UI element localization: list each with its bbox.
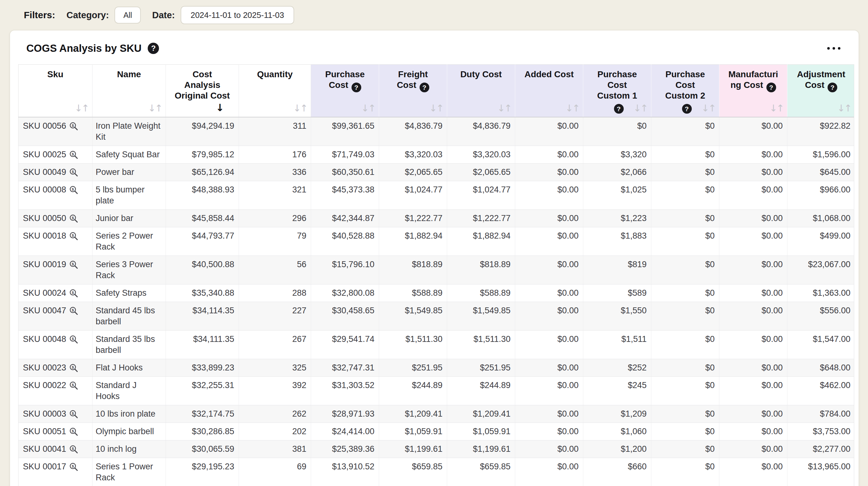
sku-link[interactable]: SKU 00017 $ — [23, 461, 79, 472]
cell-quantity: 325 — [239, 359, 311, 377]
magnifier-dollar-icon[interactable]: $ — [69, 427, 79, 436]
svg-text:$: $ — [72, 446, 74, 450]
column-header-cost_analysis_original_cost[interactable]: Cost Analysis Original Cost ↓ — [166, 65, 239, 117]
ellipsis-icon — [827, 47, 830, 50]
cell-purchase_cost_custom_1: $1,883 — [583, 227, 651, 256]
column-label-wrap: Purchase Cost Custom 2? — [665, 69, 705, 111]
sku-link[interactable]: SKU 00051 $ — [23, 426, 79, 437]
cell-duty_cost: $251.95 — [447, 359, 515, 377]
sku-link[interactable]: SKU 00022 $ — [23, 380, 79, 391]
sku-link[interactable]: SKU 00008 $ — [23, 184, 79, 195]
sku-cell: SKU 00047 $ — [19, 302, 93, 331]
sku-link[interactable]: SKU 00056 $ — [23, 120, 79, 132]
cell-name: Safety Squat Bar — [93, 146, 166, 164]
cell-freight_cost: $3,320.03 — [379, 146, 447, 164]
sku-link[interactable]: SKU 00018 $ — [23, 230, 79, 241]
table-scrollbar[interactable] — [854, 64, 859, 486]
card-menu-button[interactable] — [824, 43, 844, 53]
cell-added_cost: $0.00 — [515, 181, 583, 210]
cell-manufacturing_cost: $0.00 — [719, 117, 787, 146]
magnifier-dollar-icon[interactable]: $ — [69, 214, 79, 223]
sku-link[interactable]: SKU 00025 $ — [23, 149, 79, 160]
magnifier-dollar-icon[interactable]: $ — [69, 150, 79, 160]
magnifier-dollar-icon[interactable]: $ — [69, 462, 79, 471]
cell-added_cost: $0.00 — [515, 423, 583, 440]
cell-adjustment_cost: $3,753.00 — [787, 423, 855, 440]
column-header-manufacturing_cost[interactable]: Manufacturing Cost? ↓↑ — [719, 65, 787, 117]
cell-purchase_cost: $25,389.36 — [311, 440, 379, 458]
column-label-wrap: Name — [117, 69, 141, 79]
cell-manufacturing_cost: $0.00 — [719, 440, 787, 458]
column-label: Quantity — [257, 69, 293, 79]
cell-purchase_cost_custom_2: $0 — [651, 164, 719, 181]
card-help-icon[interactable]: ? — [148, 43, 159, 54]
magnifier-dollar-icon[interactable]: $ — [69, 168, 79, 177]
help-icon[interactable]: ? — [766, 83, 776, 92]
sku-cell: SKU 00056 $ — [19, 117, 93, 146]
cell-freight_cost: $1,199.61 — [379, 440, 447, 458]
help-icon[interactable]: ? — [614, 104, 624, 114]
sku-link[interactable]: SKU 00024 $ — [23, 288, 79, 298]
card-title: COGS Analysis by SKU — [26, 42, 142, 54]
ellipsis-icon — [838, 47, 840, 50]
help-icon[interactable]: ? — [828, 83, 837, 92]
cell-freight_cost: $1,059.91 — [379, 423, 447, 440]
help-icon[interactable]: ? — [420, 83, 429, 92]
cell-purchase_cost: $24,414.00 — [311, 423, 379, 440]
cell-freight_cost: $2,065.65 — [379, 164, 447, 181]
help-icon[interactable]: ? — [682, 104, 692, 114]
cell-purchase_cost_custom_1: $1,060 — [583, 423, 651, 440]
column-label: Duty Cost — [460, 69, 502, 79]
column-header-quantity[interactable]: Quantity ↓↑ — [239, 65, 311, 117]
sku-link[interactable]: SKU 00050 $ — [23, 213, 79, 224]
category-select[interactable]: All — [115, 7, 141, 24]
magnifier-dollar-icon[interactable]: $ — [69, 381, 79, 390]
magnifier-dollar-icon[interactable]: $ — [69, 231, 79, 241]
magnifier-dollar-icon[interactable]: $ — [69, 185, 79, 195]
column-header-duty_cost[interactable]: Duty Cost ↓↑ — [447, 65, 515, 117]
magnifier-dollar-icon[interactable]: $ — [69, 409, 79, 419]
cell-manufacturing_cost: $0.00 — [719, 359, 787, 377]
column-header-freight_cost[interactable]: Freight Cost? ↓↑ — [379, 65, 447, 117]
sku-link[interactable]: SKU 00047 $ — [23, 305, 79, 316]
sku-link[interactable]: SKU 00041 $ — [23, 444, 79, 455]
cell-purchase_cost_custom_1: $660 — [583, 458, 651, 486]
cell-duty_cost: $1,222.77 — [447, 210, 515, 227]
magnifier-dollar-icon[interactable]: $ — [69, 335, 79, 344]
cell-cost_analysis_original_cost: $35,340.88 — [166, 284, 239, 302]
magnifier-dollar-icon[interactable]: $ — [69, 363, 79, 373]
column-header-sku[interactable]: Sku ↓↑ — [19, 65, 93, 117]
cell-freight_cost: $818.89 — [379, 256, 447, 284]
date-range-select[interactable]: 2024-11-01 to 2025-11-03 — [181, 6, 294, 24]
column-header-purchase_cost_custom_1[interactable]: Purchase Cost Custom 1? ↓↑ — [583, 65, 651, 117]
cell-manufacturing_cost: $0.00 — [719, 377, 787, 405]
sku-link[interactable]: SKU 00019 $ — [23, 259, 79, 270]
column-header-adjustment_cost[interactable]: Adjustment Cost? ↓↑ — [787, 65, 855, 117]
sku-link[interactable]: SKU 00049 $ — [23, 167, 79, 178]
magnifier-dollar-icon[interactable]: $ — [69, 445, 79, 454]
column-header-purchase_cost[interactable]: Purchase Cost? ↓↑ — [311, 65, 379, 117]
column-label-wrap: Adjustment Cost? — [797, 69, 845, 90]
table-row: SKU 00048 $ Standard 35 lbs barbell$34,1… — [19, 331, 855, 359]
cell-added_cost: $0.00 — [515, 359, 583, 377]
cell-cost_analysis_original_cost: $65,126.94 — [166, 164, 239, 181]
magnifier-dollar-icon[interactable]: $ — [69, 288, 79, 298]
column-header-purchase_cost_custom_2[interactable]: Purchase Cost Custom 2? ↓↑ — [651, 65, 719, 117]
svg-text:$: $ — [72, 216, 74, 220]
magnifier-dollar-icon[interactable]: $ — [69, 306, 79, 316]
magnifier-dollar-icon[interactable]: $ — [69, 260, 79, 269]
cell-purchase_cost_custom_2: $0 — [651, 256, 719, 284]
column-header-added_cost[interactable]: Added Cost ↓↑ — [515, 65, 583, 117]
cell-duty_cost: $588.89 — [447, 284, 515, 302]
column-header-name[interactable]: Name ↓↑ — [93, 65, 166, 117]
sku-link[interactable]: SKU 00048 $ — [23, 334, 79, 345]
cell-purchase_cost_custom_2: $0 — [651, 227, 719, 256]
sku-link[interactable]: SKU 00003 $ — [23, 408, 79, 420]
cell-manufacturing_cost: $0.00 — [719, 164, 787, 181]
magnifier-dollar-icon[interactable]: $ — [69, 121, 79, 131]
ellipsis-icon — [833, 47, 835, 50]
cell-added_cost: $0.00 — [515, 164, 583, 181]
cell-manufacturing_cost: $0.00 — [719, 210, 787, 227]
help-icon[interactable]: ? — [351, 83, 361, 92]
sku-link[interactable]: SKU 00023 $ — [23, 362, 79, 373]
